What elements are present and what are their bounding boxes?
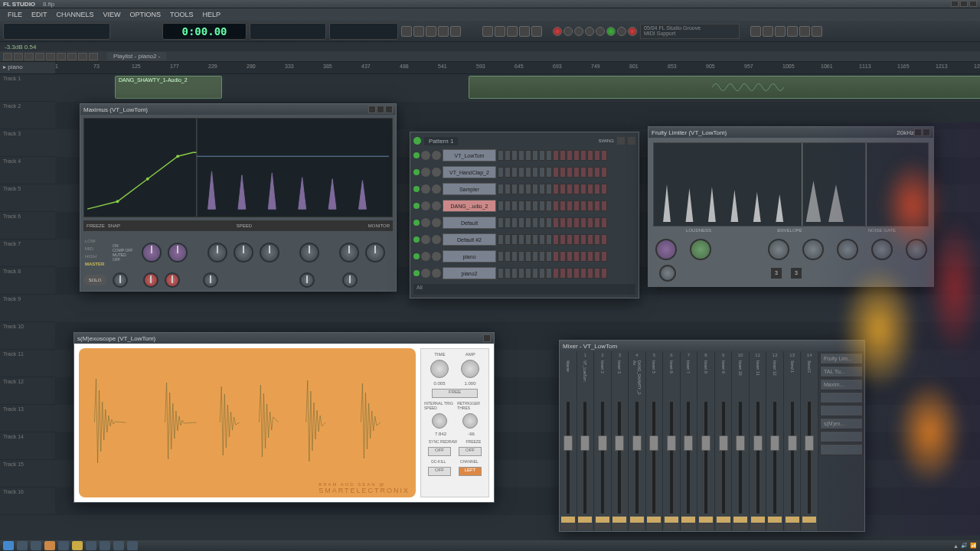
step[interactable] [532,150,538,161]
step[interactable] [518,167,524,178]
step[interactable] [511,150,518,161]
rec-opt-5[interactable] [596,27,605,36]
vol-knob[interactable] [432,252,441,261]
step[interactable] [594,150,600,161]
step[interactable] [594,217,600,228]
app-icon-3[interactable] [113,541,124,550]
step[interactable] [539,251,545,262]
mixer-strip-1[interactable]: 1VT_LowTom [577,351,595,531]
pan-knob[interactable] [421,151,430,160]
fx-slot[interactable]: Fruity Lim... [820,353,863,364]
step[interactable] [511,251,518,262]
step[interactable] [532,217,538,228]
close-button[interactable] [969,1,977,7]
step[interactable] [594,201,600,211]
step[interactable] [511,234,518,245]
freeze-btn[interactable]: FREEZE [87,223,105,228]
step[interactable] [560,201,566,211]
step[interactable] [525,150,531,161]
minimize-button[interactable] [951,1,959,7]
step[interactable] [539,150,545,161]
browser-button[interactable] [519,26,530,37]
timeline-ruler[interactable]: 1731251772292803333854374885415936456937… [55,62,980,73]
volume-icon[interactable]: 🔊 [961,543,968,549]
app-icon-4[interactable] [127,541,138,550]
mute-btn[interactable] [699,517,713,523]
play-button[interactable] [426,26,436,37]
fx-btn[interactable] [699,523,713,530]
step[interactable] [498,268,504,279]
fader[interactable] [618,402,621,514]
channel-name[interactable]: Sampler [443,183,496,195]
mute-btn[interactable] [717,517,730,523]
rec-opt-8[interactable] [628,27,637,36]
step[interactable] [525,268,531,279]
fx-slot[interactable]: s(M)ex... [820,418,863,429]
step[interactable] [553,184,559,194]
step[interactable] [573,201,580,211]
max-icon[interactable] [377,106,384,113]
cut-tool[interactable] [35,53,44,60]
mixer-strip-14[interactable]: 14Send 2 [801,351,818,531]
small-knob-6[interactable] [342,272,358,288]
fx-slot[interactable] [820,405,863,416]
step[interactable] [567,201,573,211]
step[interactable] [546,184,552,194]
clip[interactable] [469,76,980,99]
fx-btn[interactable] [561,523,575,530]
channel-led[interactable] [413,203,420,209]
min-icon[interactable] [914,129,922,136]
menu-options[interactable]: OPTIONS [126,11,166,18]
step[interactable] [518,150,524,161]
step[interactable] [573,184,580,194]
small-knob-1[interactable] [113,272,128,288]
channel-name[interactable]: DANG_..udio_2 [443,200,496,212]
mixer-strip-13[interactable]: 13Send 1 [784,351,802,531]
min-icon[interactable] [368,106,376,113]
channel-name[interactable]: piano2 [443,267,496,279]
step[interactable] [505,217,511,228]
step[interactable] [580,268,586,279]
step[interactable] [525,167,531,178]
step[interactable] [553,234,559,245]
step[interactable] [525,184,531,194]
gain-knob[interactable] [655,239,677,260]
step[interactable] [560,251,566,262]
step[interactable] [573,234,580,245]
track-header-4[interactable]: Track 5 [0,184,55,212]
waveform-display[interactable]: BRAM AND SEAN @ SMARTELECTRONIX [79,348,416,497]
snap-btn[interactable]: SNAP [108,223,120,228]
step[interactable] [553,251,559,262]
step[interactable] [498,150,504,161]
fader[interactable] [773,402,776,514]
solo-button[interactable]: SOLO [83,275,106,285]
mixer-strip-3[interactable]: 3Insert 3 [612,351,629,531]
song-button[interactable] [413,26,424,37]
step[interactable] [518,234,524,245]
fx-btn[interactable] [802,523,816,530]
channel-rack-window[interactable]: Pattern 1 SWING VT_LowTomVT_HandClap_2Sa… [410,132,639,298]
small-knob-5[interactable] [299,272,315,288]
mute-btn[interactable] [596,517,609,523]
step[interactable] [594,251,600,262]
track-picker[interactable]: ▸ piano [0,62,55,73]
fx-btn[interactable] [717,523,730,530]
fader[interactable] [791,402,794,514]
knob-4[interactable] [299,243,319,262]
step[interactable] [587,167,593,178]
rec-opt-4[interactable] [585,27,594,36]
channel-led[interactable] [413,152,420,158]
step[interactable] [567,234,573,245]
step[interactable] [601,268,607,279]
draw-tool[interactable] [3,53,12,60]
fader[interactable] [601,402,604,514]
undo-button[interactable] [750,26,761,37]
track-header-7[interactable]: Track 8 [0,267,55,295]
step[interactable] [567,217,573,228]
mute-btn[interactable] [751,517,765,523]
pan-knob[interactable] [421,269,430,278]
step[interactable] [594,167,600,178]
options-button[interactable] [787,26,798,37]
menu-help[interactable]: HELP [198,11,225,18]
mixer-strip-11[interactable]: 11Insert 11 [750,351,767,531]
